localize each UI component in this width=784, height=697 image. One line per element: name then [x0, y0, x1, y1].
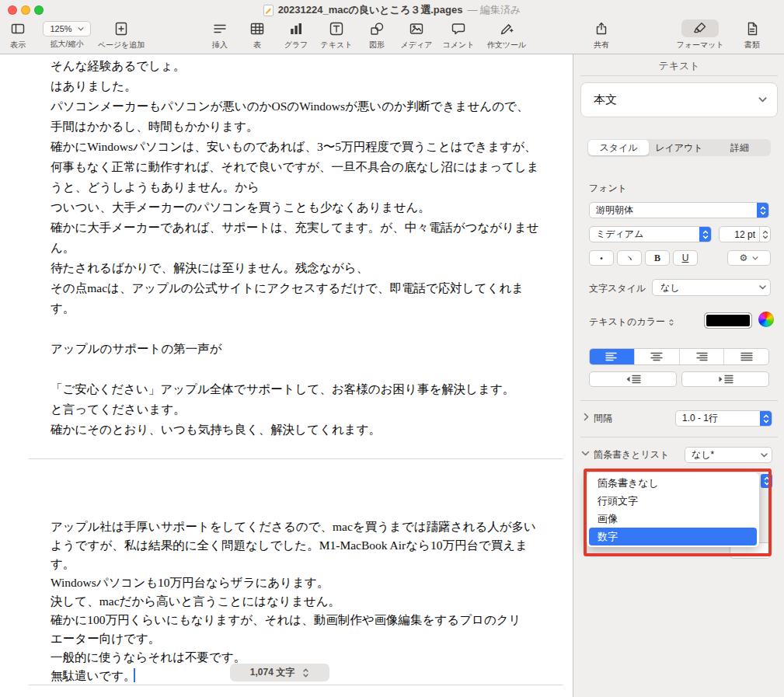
align-right-button[interactable] — [680, 349, 725, 364]
spacing-dropdown[interactable]: 1.0 - 1行 — [675, 410, 772, 427]
page-boundary-line — [29, 458, 563, 459]
menu-item-no-bullets[interactable]: 箇条書きなし — [589, 474, 757, 492]
lists-label: 箇条書きとリスト — [594, 448, 669, 462]
doc-line[interactable]: 何事もなく正常に動作すれば、それで良いですが、一旦不具合の底なし沼にはまってしま — [51, 157, 539, 177]
share-icon — [583, 19, 620, 37]
stepper-icon — [699, 227, 711, 242]
alignment-control — [589, 348, 769, 365]
toolbar-view-button[interactable]: 表示 — [0, 19, 43, 51]
toolbar-document-button[interactable]: 書類 — [727, 19, 777, 51]
underline-button[interactable]: U — [673, 250, 698, 266]
document-canvas[interactable]: そんな経験あるでしょ。 はありました。 パソコンメーカーもパソコンが悪いのかOS… — [0, 54, 573, 697]
tab-more[interactable]: 詳細 — [709, 140, 770, 155]
chevron-down-icon — [758, 97, 767, 103]
increase-indent-button[interactable] — [681, 371, 769, 387]
doc-line[interactable]: す。 — [51, 298, 539, 319]
doc-line[interactable]: 手間はかかるし、時間もかかります。 — [51, 117, 539, 137]
toolbar-text-label: テキスト — [321, 40, 353, 51]
emphasis-mark-glyph: ヽ — [625, 253, 634, 264]
divider — [580, 437, 778, 437]
minimize-button[interactable] — [21, 5, 30, 15]
stepper-icon — [760, 411, 772, 426]
word-count-value: 1,074 文字 — [250, 666, 294, 679]
decrease-indent-button[interactable] — [589, 371, 677, 387]
doc-line[interactable]: 確かにWindowsパソコンは、安いものであれば、3〜5万円程度で買うことはでき… — [51, 137, 539, 157]
chevron-down-icon — [78, 27, 84, 31]
zoom-dropdown[interactable]: 125% — [43, 21, 90, 37]
doc-line[interactable]: うと、どうしようもありません。から — [51, 177, 539, 197]
doc-line[interactable]: す。 — [51, 555, 536, 573]
page-bottom-line — [29, 685, 563, 685]
align-left-button[interactable] — [590, 349, 635, 364]
paragraph-style-dropdown[interactable]: 本文 — [580, 82, 778, 117]
toolbar-format-button[interactable]: フォーマット — [675, 19, 725, 51]
menu-item-number[interactable]: 数字 — [589, 528, 757, 545]
word-count-stepper-icon[interactable] — [302, 667, 309, 678]
doc-line[interactable]: ん。 — [51, 238, 539, 258]
doc-line[interactable]: パソコンメーカーもパソコンが悪いのかOSのWindowsが悪いのか判断できません… — [51, 96, 539, 117]
font-weight-dropdown[interactable]: ミディアム — [589, 226, 712, 242]
font-size-field[interactable]: 12 pt — [719, 226, 771, 242]
menu-item-bullet-char[interactable]: 行頭文字 — [589, 492, 757, 510]
font-size-value: 12 pt — [720, 229, 759, 240]
tab-layout[interactable]: レイアウト — [649, 140, 709, 155]
toolbar-comment-button[interactable]: コメント — [434, 19, 483, 51]
doc-line[interactable]: エーター向けです。 — [51, 629, 536, 648]
toolbar-shape-label: 図形 — [369, 40, 385, 51]
doc-line[interactable]: と言ってくださいます。 — [51, 399, 539, 420]
char-style-dropdown[interactable]: なし — [652, 279, 771, 296]
doc-line[interactable]: 確かに大手メーカーであれば、サポートは、充実してます。が、中々電話がつながりませ — [51, 218, 539, 238]
fullscreen-button[interactable] — [34, 5, 44, 15]
toolbar-comment-label: コメント — [443, 40, 475, 51]
bold-button[interactable]: B — [645, 250, 670, 266]
doc-line[interactable]: 確かにそのとおり、いつも気持ち良く、解決してくれます。 — [51, 420, 539, 440]
doc-line[interactable] — [51, 319, 539, 339]
font-family-dropdown[interactable]: 游明朝体 — [589, 202, 769, 218]
toolbar-writing-tools-label: 作文ツール — [487, 40, 526, 51]
doc-line[interactable]: ようですが、私は結果的に全く問題なしでした。M1-MacBook Airなら10… — [51, 536, 536, 555]
window-edited-badge: — 編集済み — [467, 3, 521, 17]
doc-line[interactable]: ついつい、大手メーカーのパソコンを買うことも少なくありません。 — [51, 197, 539, 218]
emphasis-dot-button[interactable]: • — [589, 250, 614, 266]
spacing-disclosure-icon[interactable] — [584, 413, 589, 421]
titlebar: 20231224_macの良いところ３選.pages — 編集済み — [93, 4, 691, 16]
page-1-text[interactable]: そんな経験あるでしょ。 はありました。 パソコンメーカーもパソコンが悪いのかOS… — [51, 56, 539, 440]
toolbar-add-page-button[interactable]: ページを追加 — [96, 19, 146, 51]
toolbar-share-button[interactable]: 共有 — [577, 19, 626, 51]
advanced-text-options-button[interactable]: ⚙ — [727, 250, 771, 266]
align-center-button[interactable] — [635, 349, 680, 364]
lists-disclosure-icon[interactable] — [581, 451, 590, 456]
chevron-down-icon — [752, 256, 758, 260]
toolbar-zoom-control: 125% 拡大/縮小 — [42, 19, 92, 50]
align-justify-button[interactable] — [724, 349, 768, 364]
bold-glyph: B — [654, 253, 660, 264]
spacing-label: 間隔 — [594, 412, 612, 425]
doc-line[interactable]: Windowsパソコンも10万円台ならザラにあります。 — [51, 573, 536, 592]
outdent-icon — [625, 375, 641, 384]
doc-line[interactable]: アップルのサポートの第一声が — [51, 339, 539, 359]
chevron-down-icon — [759, 285, 766, 290]
doc-line[interactable] — [51, 359, 539, 379]
doc-line[interactable]: 「ご安心ください」アップル全体でサポートして、お客様のお困り事を解決します。 — [51, 379, 539, 399]
doc-line[interactable]: 待たされるばかりで、解決には至りません。残念ながら、 — [51, 258, 539, 278]
doc-line[interactable]: はありました。 — [51, 76, 539, 96]
color-wheel-button[interactable] — [758, 312, 774, 327]
page-2-text[interactable]: アップル社は手厚いサポートをしてくださるので、macを買うまでは躊躇される人が多… — [51, 518, 536, 685]
lists-dropdown[interactable]: なし* — [685, 447, 772, 463]
text-box-icon — [318, 19, 355, 37]
text-color-swatch[interactable] — [704, 312, 752, 329]
font-size-stepper[interactable] — [759, 227, 770, 242]
word-count-pill[interactable]: 1,074 文字 — [230, 664, 329, 681]
doc-line[interactable]: そんな経験あるでしょ。 — [51, 56, 539, 76]
doc-line[interactable]: アップル社は手厚いサポートをしてくださるので、macを買うまでは躊躇される人が多… — [51, 518, 536, 536]
doc-line[interactable]: その点macは、アップルの公式サイトにアクセスするだけで、即電話で応対してくれま — [51, 278, 539, 298]
emphasis-mark-button[interactable]: ヽ — [617, 250, 642, 266]
toolbar-writing-tools-button[interactable]: 作文ツール — [482, 19, 531, 51]
close-button[interactable] — [8, 5, 17, 15]
doc-line[interactable]: 決して、macだから高いと言うことにはなりません。 — [51, 592, 536, 611]
font-weight-value: ミディアム — [590, 228, 699, 241]
doc-line[interactable]: 確かに100万円くらいにもなりますが、それは、動画制作や画像編集をするプロのクリ — [51, 611, 536, 629]
menu-item-image[interactable]: 画像 — [589, 510, 757, 528]
tab-style[interactable]: スタイル — [588, 140, 649, 155]
list-style-popup-menu: 箇条書きなし 行頭文字 画像 数字 — [587, 472, 759, 547]
